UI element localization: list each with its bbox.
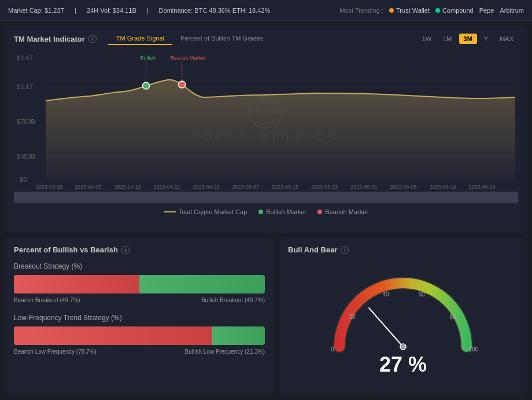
svg-text:$350B: $350B xyxy=(17,153,35,160)
market-cap-label: Market Cap: xyxy=(8,7,43,14)
svg-text:100: 100 xyxy=(469,346,478,353)
lowfreq-bullish-label: Bullish Low Frequency (21.3%) xyxy=(185,348,265,355)
chart-title-text: TM Market Indicator xyxy=(14,35,85,43)
watermark-text: TOKEN METRICS xyxy=(193,132,339,144)
arbitrum-label: Arbitrum xyxy=(500,7,524,14)
trending-section: Most Trending : Trust Wallet Compound Pe… xyxy=(339,7,524,14)
time-buttons: 1W 1M 3M Y MAX xyxy=(418,34,518,44)
gauge-container: 0 20 40 60 80 100 xyxy=(288,262,518,386)
svg-text:$700B: $700B xyxy=(17,118,35,125)
bullish-bearish-title-text: Percent of Bullish vs Bearish xyxy=(14,245,118,254)
svg-text:2023-03-28: 2023-03-28 xyxy=(36,184,62,189)
trust-wallet-dot xyxy=(389,8,394,13)
lowfreq-bearish-label: Bearish Low Frequency (78.7%) xyxy=(14,348,97,355)
market-cap: Market Cap: $1.23T xyxy=(8,7,64,14)
svg-point-39 xyxy=(401,345,405,348)
chart-scrollbar-inner xyxy=(14,192,518,203)
svg-text:60: 60 xyxy=(418,291,425,298)
bullish-bearish-title: Percent of Bullish vs Bearish i xyxy=(14,245,265,254)
gauge-svg: 0 20 40 60 80 100 xyxy=(328,271,478,358)
chart-legend: Total Crypto Market Cap Bullish Market B… xyxy=(14,208,518,215)
svg-text:2023-04-29: 2023-04-29 xyxy=(193,184,220,189)
dominance-label: Dominance: xyxy=(159,7,193,14)
svg-text:$1.1T: $1.1T xyxy=(17,83,33,90)
bull-bear-title-text: Bull And Bear xyxy=(288,245,337,254)
breakout-strategy: Breakout Strategy (%) Bearish Breakout (… xyxy=(14,262,265,303)
time-max[interactable]: MAX xyxy=(495,34,518,44)
vol: 24H Vol: $34.11B xyxy=(87,7,136,14)
vol-value: $34.11B xyxy=(113,7,136,14)
legend-total-cap-label: Total Crypto Market Cap xyxy=(179,208,247,215)
svg-text:2023-04-13: 2023-04-13 xyxy=(114,184,141,189)
dom-separator: | xyxy=(147,7,149,14)
vol-separator: | xyxy=(75,7,76,14)
svg-text:Bearish Market: Bearish Market xyxy=(171,55,206,61)
pepe-label: Pepe xyxy=(479,7,494,14)
lowfreq-bar xyxy=(14,326,265,345)
legend-bullish-dot xyxy=(258,210,263,214)
svg-text:2023-04-05: 2023-04-05 xyxy=(75,184,101,189)
svg-text:2023-05-31: 2023-05-31 xyxy=(350,184,377,189)
bullish-vs-bearish-panel: Percent of Bullish vs Bearish i Breakout… xyxy=(5,237,274,394)
time-3m[interactable]: 3M xyxy=(459,34,477,44)
svg-text:2023-05-15: 2023-05-15 xyxy=(272,184,298,189)
lowfreq-bullish-bar xyxy=(212,326,265,345)
chart-area: TOKEN METRICS $1.4T $1.1T $700B $350B $0 xyxy=(14,50,518,189)
legend-bearish: Bearish Market xyxy=(317,208,368,215)
vol-label: 24H Vol: xyxy=(87,7,111,14)
chart-header: TM Market Indicator i TM Grade Signal Pe… xyxy=(14,32,518,45)
bullish-bearish-info-icon[interactable]: i xyxy=(121,246,130,254)
legend-total-cap: Total Crypto Market Cap xyxy=(164,208,247,215)
breakout-strategy-label: Breakout Strategy (%) xyxy=(14,262,265,270)
lowfreq-bar-labels: Bearish Low Frequency (78.7%) Bullish Lo… xyxy=(14,348,265,355)
bull-bear-title: Bull And Bear i xyxy=(288,245,518,254)
time-y[interactable]: Y xyxy=(479,34,493,44)
svg-line-37 xyxy=(369,308,403,347)
svg-text:2023-06-24: 2023-06-24 xyxy=(469,184,496,189)
dominance: Dominance: BTC 48.36% ETH: 18.42% xyxy=(159,7,271,14)
time-1w[interactable]: 1W xyxy=(418,34,437,44)
lowfreq-strategy-label: Low-Frequency Trend Strategy (%) xyxy=(14,314,265,322)
compound-label: Compound xyxy=(442,7,474,14)
market-indicator-section: TM Market Indicator i TM Grade Signal Pe… xyxy=(5,25,527,233)
svg-text:40: 40 xyxy=(382,291,389,298)
trending-trust-wallet[interactable]: Trust Wallet xyxy=(389,7,430,14)
legend-total-cap-line xyxy=(164,211,176,212)
trending-arbitrum[interactable]: Arbitrum xyxy=(500,7,524,14)
lowfreq-bearish-bar xyxy=(14,326,212,345)
svg-text:2023-04-21: 2023-04-21 xyxy=(154,184,180,189)
svg-text:20: 20 xyxy=(349,314,356,320)
legend-bearish-dot xyxy=(317,210,322,214)
breakout-bearish-label: Bearish Breakout (49.7%) xyxy=(14,297,80,303)
trending-label: Most Trending : xyxy=(339,7,383,14)
legend-bullish-label: Bullish Market xyxy=(266,208,306,215)
breakout-bullish-label: Bullish Breakout (49.7%) xyxy=(201,297,265,303)
market-stats: Market Cap: $1.23T | 24H Vol: $34.11B | … xyxy=(8,7,270,14)
dominance-btc: BTC 48.36% xyxy=(194,7,230,14)
svg-text:0: 0 xyxy=(331,346,334,353)
chart-info-icon[interactable]: i xyxy=(88,35,97,43)
top-bar: Market Cap: $1.23T | 24H Vol: $34.11B | … xyxy=(0,0,532,21)
tab-grade-signal[interactable]: TM Grade Signal xyxy=(108,32,172,45)
trending-compound[interactable]: Compound xyxy=(435,7,474,14)
market-cap-value: $1.23T xyxy=(45,7,64,14)
time-1m[interactable]: 1M xyxy=(438,34,456,44)
gauge-value: 27 xyxy=(379,353,402,376)
trust-wallet-label: Trust Wallet xyxy=(396,7,430,14)
breakout-bearish-bar xyxy=(14,275,139,293)
breakout-bar-labels: Bearish Breakout (49.7%) Bullish Breakou… xyxy=(14,297,265,303)
svg-text:$0: $0 xyxy=(20,176,27,183)
tab-bullish-pct[interactable]: Percent of Bullish TM Grades xyxy=(172,32,271,45)
breakout-bullish-bar xyxy=(139,275,265,293)
bull-bear-info-icon[interactable]: i xyxy=(341,246,349,254)
bottom-panels: Percent of Bullish vs Bearish i Breakout… xyxy=(5,237,527,394)
svg-text:2023-06-16: 2023-06-16 xyxy=(430,184,456,189)
legend-bearish-label: Bearish Market xyxy=(325,208,368,215)
chart-tabs: TM Grade Signal Percent of Bullish TM Gr… xyxy=(108,32,272,45)
chart-scrollbar[interactable] xyxy=(14,191,518,204)
legend-bullish: Bullish Market xyxy=(258,208,306,215)
trending-pepe[interactable]: Pepe xyxy=(479,7,494,14)
bull-bear-panel: Bull And Bear i xyxy=(279,237,527,394)
lowfreq-strategy: Low-Frequency Trend Strategy (%) Bearish… xyxy=(14,314,265,355)
compound-dot xyxy=(435,8,440,13)
